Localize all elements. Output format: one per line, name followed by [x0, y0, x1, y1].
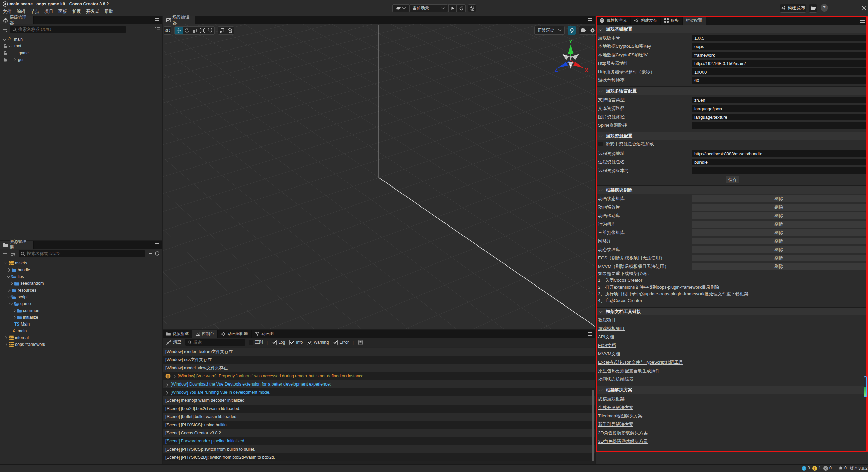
svg-text:X: X	[585, 67, 588, 73]
svg-text:Z: Z	[555, 67, 558, 73]
svg-text:Y: Y	[569, 38, 572, 44]
